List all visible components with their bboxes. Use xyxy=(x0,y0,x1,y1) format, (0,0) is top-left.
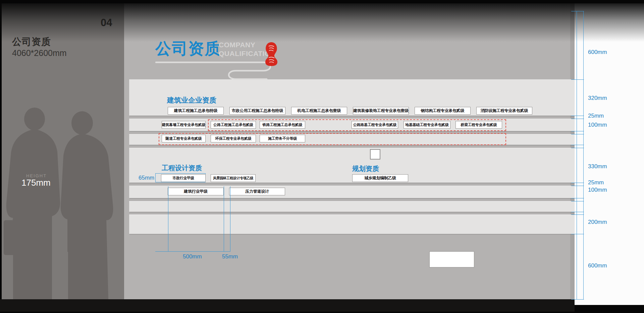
measure-label: 25mm xyxy=(588,113,604,119)
dimension-tick xyxy=(571,186,584,186)
qualification-badge: 建筑行业甲级 xyxy=(168,188,224,195)
dimension-tick xyxy=(571,198,584,198)
qualification-badge: 建筑工程施工总承包特级 xyxy=(168,107,224,115)
page-number: 04 xyxy=(101,17,112,29)
swatch-box xyxy=(370,149,380,160)
title-underline-decoration xyxy=(155,61,276,85)
dimension-rail-line xyxy=(583,11,584,299)
measure-label: 100mm xyxy=(588,122,607,128)
qualification-badge: 风景园林工程设计专项乙级 xyxy=(211,174,256,182)
dimension-tick xyxy=(571,11,584,11)
qualification-badge: 市政公用工程施工总承包特级 xyxy=(229,107,285,115)
dimension-tick xyxy=(571,201,584,201)
dimension-panel xyxy=(575,3,644,305)
measure-line xyxy=(168,186,168,251)
dimension-tick xyxy=(571,119,584,119)
qualification-badge: 机电工程施工总承包壹级 xyxy=(291,107,347,115)
measure-line xyxy=(155,251,230,252)
dimension-tick xyxy=(571,79,584,80)
floor-strip xyxy=(0,299,575,312)
qualification-badge: 城乡规划编制乙级 xyxy=(352,174,408,182)
measure-label: 320mm xyxy=(588,95,607,102)
height-value: 175mm xyxy=(21,178,51,188)
dashed-highlight-box xyxy=(159,133,506,145)
wall-band-100mm-d xyxy=(129,201,575,212)
measure-label: 200mm xyxy=(588,219,607,226)
wall-title-cn: 公司资质 xyxy=(155,38,221,59)
measure-label: 25mm xyxy=(588,179,604,186)
measure-label-55mm: 55mm xyxy=(222,253,238,260)
section-title-planning: 规划资质 xyxy=(352,164,379,173)
dimension-tick xyxy=(571,183,584,183)
measure-label: 330mm xyxy=(588,163,607,170)
qualification-badge: 建筑幕墙工程专业承包贰级 xyxy=(162,121,206,129)
dimension-tick xyxy=(571,214,584,215)
dashed-highlight-box xyxy=(208,119,506,131)
dimension-tick xyxy=(571,131,584,131)
qualification-badge: 压力管道设计 xyxy=(229,188,285,195)
qualification-badge: 市政行业甲级 xyxy=(161,174,206,182)
dimension-tick xyxy=(571,148,584,148)
qualification-badge: 钢结构工程专业承包贰级 xyxy=(415,107,471,115)
dimension-tick xyxy=(571,134,584,134)
measure-label: 100mm xyxy=(588,187,607,193)
legend-box xyxy=(429,251,474,267)
people-silhouette xyxy=(2,102,124,299)
dimension-tick xyxy=(571,299,584,300)
section-title-construction: 建筑业企业资质 xyxy=(167,96,216,105)
measure-label: 600mm xyxy=(588,262,607,269)
measure-line xyxy=(230,186,230,251)
section-title-design: 工程设计资质 xyxy=(162,164,202,173)
dimension-tick xyxy=(571,116,584,116)
dimension-tick xyxy=(571,212,584,212)
measure-line xyxy=(224,186,224,251)
wall-band-200mm xyxy=(129,214,575,234)
measure-label-500mm: 500mm xyxy=(183,253,202,260)
measure-label: 600mm xyxy=(588,49,607,56)
dimension-tick xyxy=(571,145,584,145)
top-shadow-gradient xyxy=(0,3,644,42)
qualification-badge: 消防设施工程专业承包贰级 xyxy=(476,107,532,115)
qualification-badge: 建筑装修装饰工程专业承包壹级 xyxy=(353,107,409,115)
dimension-rail-line xyxy=(577,11,577,299)
measure-label-65mm: 65mm xyxy=(139,175,154,181)
dimension-tick xyxy=(571,234,584,234)
company-seal-icon xyxy=(265,42,278,66)
panel-size-label: 4060*2600mm xyxy=(12,48,67,58)
panel-title: 公司资质 xyxy=(12,36,51,48)
design-sheet: 04 公司资质 4060*2600mm HEIGHT 175mm 公司资质 CO… xyxy=(0,0,644,313)
